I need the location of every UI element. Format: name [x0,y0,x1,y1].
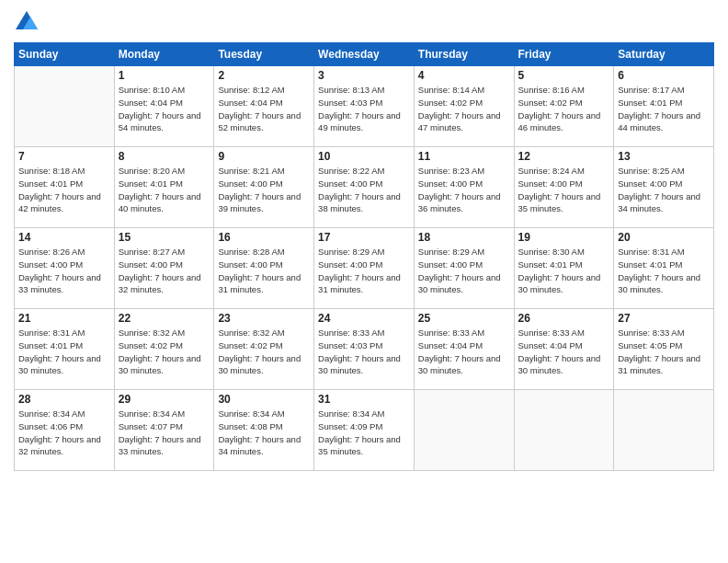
day-number: 21 [18,312,110,325]
day-number: 9 [218,150,310,163]
day-number: 30 [218,393,310,406]
day-info: Sunrise: 8:12 AMSunset: 4:04 PMDaylight:… [218,84,310,134]
day-info: Sunrise: 8:32 AMSunset: 4:02 PMDaylight:… [218,327,310,377]
calendar-cell: 10Sunrise: 8:22 AMSunset: 4:00 PMDayligh… [314,147,415,228]
header [14,9,714,35]
day-info: Sunrise: 8:16 AMSunset: 4:02 PMDaylight:… [518,84,610,134]
weekday-header: Sunday [15,43,115,66]
day-info: Sunrise: 8:14 AMSunset: 4:02 PMDaylight:… [418,84,510,134]
calendar-week-row: 21Sunrise: 8:31 AMSunset: 4:01 PMDayligh… [15,309,714,390]
day-info: Sunrise: 8:20 AMSunset: 4:01 PMDaylight:… [119,165,210,215]
day-info: Sunrise: 8:30 AMSunset: 4:01 PMDaylight:… [518,246,610,296]
day-number: 15 [119,231,210,244]
day-number: 3 [318,69,410,82]
day-info: Sunrise: 8:29 AMSunset: 4:00 PMDaylight:… [318,246,410,296]
calendar-cell: 24Sunrise: 8:33 AMSunset: 4:03 PMDayligh… [314,309,415,390]
calendar-cell: 18Sunrise: 8:29 AMSunset: 4:00 PMDayligh… [414,228,514,309]
day-number: 5 [518,69,610,82]
day-number: 8 [119,150,210,163]
day-info: Sunrise: 8:10 AMSunset: 4:04 PMDaylight:… [119,84,210,134]
day-info: Sunrise: 8:13 AMSunset: 4:03 PMDaylight:… [318,84,410,134]
day-number: 14 [18,231,110,244]
page: SundayMondayTuesdayWednesdayThursdayFrid… [0,0,728,563]
calendar-cell: 16Sunrise: 8:28 AMSunset: 4:00 PMDayligh… [214,228,314,309]
weekday-header: Tuesday [214,43,314,66]
day-number: 18 [418,231,510,244]
weekday-header: Wednesday [314,43,415,66]
day-number: 22 [119,312,210,325]
day-info: Sunrise: 8:25 AMSunset: 4:00 PMDaylight:… [618,165,710,215]
day-info: Sunrise: 8:33 AMSunset: 4:03 PMDaylight:… [318,327,410,377]
day-info: Sunrise: 8:33 AMSunset: 4:04 PMDaylight:… [418,327,510,377]
day-number: 13 [618,150,710,163]
day-info: Sunrise: 8:29 AMSunset: 4:00 PMDaylight:… [418,246,510,296]
day-number: 16 [218,231,310,244]
day-info: Sunrise: 8:33 AMSunset: 4:05 PMDaylight:… [618,327,710,377]
day-number: 7 [18,150,110,163]
day-info: Sunrise: 8:34 AMSunset: 4:07 PMDaylight:… [119,408,210,458]
day-number: 10 [318,150,410,163]
calendar-cell: 12Sunrise: 8:24 AMSunset: 4:00 PMDayligh… [514,147,614,228]
logo [14,9,41,35]
day-number: 24 [318,312,410,325]
day-number: 31 [318,393,410,406]
day-info: Sunrise: 8:21 AMSunset: 4:00 PMDaylight:… [218,165,310,215]
calendar-cell: 1Sunrise: 8:10 AMSunset: 4:04 PMDaylight… [114,66,214,147]
day-number: 2 [218,69,310,82]
calendar-cell: 30Sunrise: 8:34 AMSunset: 4:08 PMDayligh… [214,390,314,471]
logo-icon [14,9,40,35]
calendar-cell: 6Sunrise: 8:17 AMSunset: 4:01 PMDaylight… [614,66,714,147]
day-info: Sunrise: 8:26 AMSunset: 4:00 PMDaylight:… [18,246,110,296]
calendar-cell: 20Sunrise: 8:31 AMSunset: 4:01 PMDayligh… [614,228,714,309]
day-number: 28 [18,393,110,406]
day-info: Sunrise: 8:22 AMSunset: 4:00 PMDaylight:… [318,165,410,215]
day-info: Sunrise: 8:27 AMSunset: 4:00 PMDaylight:… [119,246,210,296]
day-info: Sunrise: 8:34 AMSunset: 4:08 PMDaylight:… [218,408,310,458]
day-info: Sunrise: 8:23 AMSunset: 4:00 PMDaylight:… [418,165,510,215]
calendar-cell: 14Sunrise: 8:26 AMSunset: 4:00 PMDayligh… [15,228,115,309]
calendar-cell: 8Sunrise: 8:20 AMSunset: 4:01 PMDaylight… [114,147,214,228]
calendar-cell [15,66,115,147]
calendar-cell: 2Sunrise: 8:12 AMSunset: 4:04 PMDaylight… [214,66,314,147]
calendar-week-row: 28Sunrise: 8:34 AMSunset: 4:06 PMDayligh… [15,390,714,471]
weekday-header: Thursday [414,43,514,66]
day-number: 27 [618,312,710,325]
day-number: 26 [518,312,610,325]
day-info: Sunrise: 8:17 AMSunset: 4:01 PMDaylight:… [618,84,710,134]
calendar: SundayMondayTuesdayWednesdayThursdayFrid… [14,42,714,471]
calendar-cell: 27Sunrise: 8:33 AMSunset: 4:05 PMDayligh… [614,309,714,390]
weekday-header: Saturday [614,43,714,66]
day-number: 12 [518,150,610,163]
calendar-cell: 21Sunrise: 8:31 AMSunset: 4:01 PMDayligh… [15,309,115,390]
day-info: Sunrise: 8:24 AMSunset: 4:00 PMDaylight:… [518,165,610,215]
calendar-cell: 13Sunrise: 8:25 AMSunset: 4:00 PMDayligh… [614,147,714,228]
calendar-week-row: 1Sunrise: 8:10 AMSunset: 4:04 PMDaylight… [15,66,714,147]
calendar-cell: 11Sunrise: 8:23 AMSunset: 4:00 PMDayligh… [414,147,514,228]
weekday-header: Friday [514,43,614,66]
calendar-week-row: 7Sunrise: 8:18 AMSunset: 4:01 PMDaylight… [15,147,714,228]
calendar-cell: 22Sunrise: 8:32 AMSunset: 4:02 PMDayligh… [114,309,214,390]
calendar-cell: 5Sunrise: 8:16 AMSunset: 4:02 PMDaylight… [514,66,614,147]
calendar-cell [414,390,514,471]
calendar-cell: 26Sunrise: 8:33 AMSunset: 4:04 PMDayligh… [514,309,614,390]
calendar-cell: 28Sunrise: 8:34 AMSunset: 4:06 PMDayligh… [15,390,115,471]
calendar-cell: 25Sunrise: 8:33 AMSunset: 4:04 PMDayligh… [414,309,514,390]
calendar-cell [514,390,614,471]
day-number: 1 [119,69,210,82]
day-number: 23 [218,312,310,325]
calendar-cell: 19Sunrise: 8:30 AMSunset: 4:01 PMDayligh… [514,228,614,309]
calendar-cell: 17Sunrise: 8:29 AMSunset: 4:00 PMDayligh… [314,228,415,309]
day-info: Sunrise: 8:31 AMSunset: 4:01 PMDaylight:… [18,327,110,377]
day-number: 11 [418,150,510,163]
calendar-week-row: 14Sunrise: 8:26 AMSunset: 4:00 PMDayligh… [15,228,714,309]
day-number: 4 [418,69,510,82]
calendar-cell: 23Sunrise: 8:32 AMSunset: 4:02 PMDayligh… [214,309,314,390]
day-number: 20 [618,231,710,244]
day-info: Sunrise: 8:31 AMSunset: 4:01 PMDaylight:… [618,246,710,296]
day-number: 17 [318,231,410,244]
day-info: Sunrise: 8:34 AMSunset: 4:09 PMDaylight:… [318,408,410,458]
calendar-cell: 7Sunrise: 8:18 AMSunset: 4:01 PMDaylight… [15,147,115,228]
day-info: Sunrise: 8:32 AMSunset: 4:02 PMDaylight:… [119,327,210,377]
calendar-cell: 3Sunrise: 8:13 AMSunset: 4:03 PMDaylight… [314,66,415,147]
day-number: 29 [119,393,210,406]
